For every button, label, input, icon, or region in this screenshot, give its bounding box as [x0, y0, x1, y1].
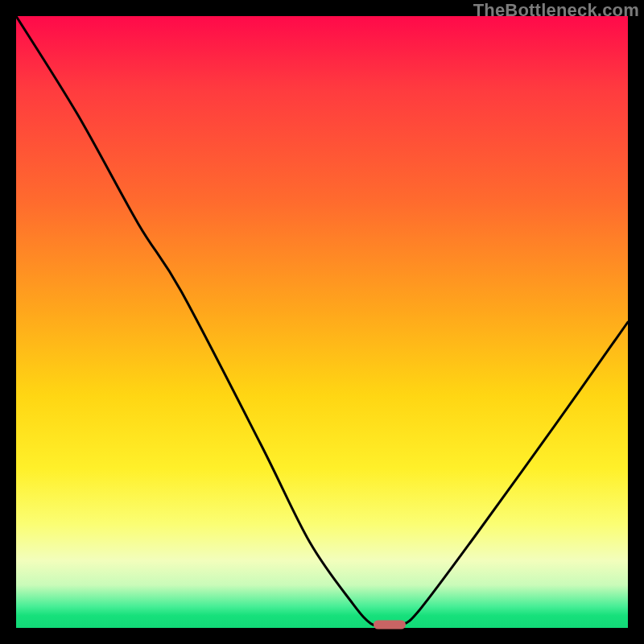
bottleneck-curve: [16, 16, 628, 628]
chart-frame: TheBottleneck.com: [0, 0, 644, 644]
optimal-marker: [374, 621, 406, 630]
plot-area: [16, 16, 628, 628]
